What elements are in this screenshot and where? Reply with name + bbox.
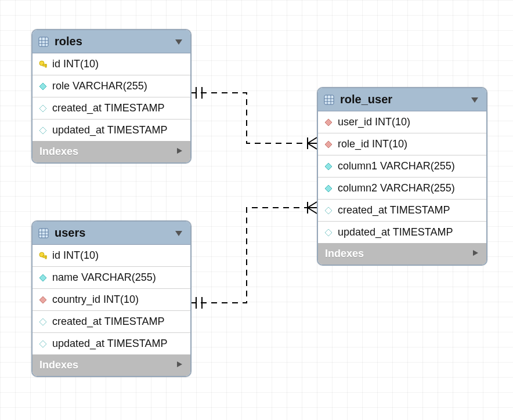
column-label: country_id INT(10) bbox=[52, 294, 139, 306]
indexes-label: Indexes bbox=[39, 146, 175, 158]
diamond-icon bbox=[38, 104, 48, 113]
expand-icon[interactable] bbox=[175, 146, 183, 158]
column-label: id INT(10) bbox=[52, 249, 99, 262]
svg-marker-30 bbox=[175, 231, 182, 236]
diamond-icon bbox=[38, 339, 48, 349]
column-row[interactable]: updated_at TIMESTAMP bbox=[32, 120, 190, 141]
svg-marker-46 bbox=[325, 141, 332, 148]
table-role-user[interactable]: role_user user_id INT(10)role_id INT(10)… bbox=[317, 87, 487, 266]
column-label: updated_at TIMESTAMP bbox=[52, 124, 167, 136]
indexes-section[interactable]: Indexes bbox=[32, 141, 190, 162]
indexes-label: Indexes bbox=[325, 248, 471, 260]
svg-marker-48 bbox=[325, 185, 332, 192]
table-roles[interactable]: roles id INT(10)role VARCHAR(255)created… bbox=[31, 29, 192, 164]
diamond-icon bbox=[324, 228, 333, 237]
fk-diamond-icon bbox=[38, 295, 48, 305]
collapse-icon[interactable] bbox=[470, 95, 479, 104]
svg-marker-38 bbox=[177, 361, 182, 367]
collapse-icon[interactable] bbox=[174, 229, 183, 238]
svg-rect-12 bbox=[39, 37, 48, 46]
svg-rect-20 bbox=[45, 64, 46, 67]
diamond-icon bbox=[324, 162, 333, 171]
column-label: column2 VARCHAR(255) bbox=[338, 182, 455, 194]
table-icon bbox=[38, 37, 49, 47]
svg-rect-39 bbox=[324, 95, 334, 104]
diamond-icon bbox=[38, 273, 48, 283]
svg-marker-51 bbox=[473, 250, 478, 256]
svg-marker-21 bbox=[39, 83, 46, 90]
svg-marker-50 bbox=[325, 229, 332, 236]
expand-icon[interactable] bbox=[471, 248, 479, 260]
svg-marker-44 bbox=[471, 97, 478, 103]
table-title: users bbox=[55, 226, 174, 240]
svg-marker-23 bbox=[39, 127, 46, 134]
column-label: user_id INT(10) bbox=[338, 116, 410, 128]
column-row[interactable]: column1 VARCHAR(255) bbox=[318, 155, 486, 178]
table-columns: user_id INT(10)role_id INT(10)column1 VA… bbox=[318, 111, 486, 243]
key-icon bbox=[38, 60, 48, 69]
column-label: column1 VARCHAR(255) bbox=[338, 160, 455, 172]
svg-marker-35 bbox=[39, 296, 46, 303]
table-columns: id INT(10)name VARCHAR(255)country_id IN… bbox=[32, 245, 190, 354]
column-row[interactable]: updated_at TIMESTAMP bbox=[32, 333, 190, 354]
table-users[interactable]: users id INT(10)name VARCHAR(255)country… bbox=[31, 220, 192, 377]
column-label: updated_at TIMESTAMP bbox=[52, 338, 167, 350]
fk-diamond-icon bbox=[324, 118, 333, 127]
fk-diamond-icon bbox=[324, 140, 333, 149]
svg-marker-24 bbox=[177, 148, 182, 154]
column-label: created_at TIMESTAMP bbox=[52, 316, 164, 328]
svg-marker-22 bbox=[39, 105, 46, 112]
column-label: role_id INT(10) bbox=[338, 138, 407, 150]
table-header-roles[interactable]: roles bbox=[32, 30, 190, 53]
svg-rect-25 bbox=[39, 229, 48, 238]
column-row[interactable]: id INT(10) bbox=[32, 53, 190, 75]
table-columns: id INT(10)role VARCHAR(255)created_at TI… bbox=[32, 53, 190, 141]
svg-marker-47 bbox=[325, 163, 332, 170]
column-row[interactable]: column2 VARCHAR(255) bbox=[318, 178, 486, 200]
table-icon bbox=[38, 228, 49, 238]
svg-marker-49 bbox=[325, 207, 332, 214]
column-label: name VARCHAR(255) bbox=[52, 271, 156, 284]
indexes-section[interactable]: Indexes bbox=[318, 243, 486, 265]
indexes-section[interactable]: Indexes bbox=[32, 354, 190, 376]
svg-marker-45 bbox=[325, 119, 332, 126]
column-row[interactable]: name VARCHAR(255) bbox=[32, 267, 190, 289]
key-icon bbox=[38, 251, 48, 260]
column-label: role VARCHAR(255) bbox=[52, 80, 147, 92]
svg-marker-37 bbox=[39, 341, 46, 347]
table-header-role-user[interactable]: role_user bbox=[318, 88, 486, 111]
column-row[interactable]: created_at TIMESTAMP bbox=[32, 97, 190, 120]
column-row[interactable]: role_id INT(10) bbox=[318, 133, 486, 155]
table-icon bbox=[324, 95, 334, 105]
column-label: updated_at TIMESTAMP bbox=[338, 226, 453, 238]
column-label: id INT(10) bbox=[52, 58, 99, 70]
column-row[interactable]: id INT(10) bbox=[32, 245, 190, 267]
svg-marker-36 bbox=[39, 318, 46, 325]
diamond-icon bbox=[324, 184, 333, 193]
expand-icon[interactable] bbox=[175, 359, 183, 371]
svg-marker-34 bbox=[39, 274, 46, 281]
diamond-icon bbox=[324, 206, 333, 215]
table-title: role_user bbox=[340, 93, 470, 106]
column-row[interactable]: country_id INT(10) bbox=[32, 289, 190, 311]
svg-marker-17 bbox=[175, 39, 182, 45]
table-header-users[interactable]: users bbox=[32, 222, 190, 245]
column-row[interactable]: role VARCHAR(255) bbox=[32, 75, 190, 97]
column-label: created_at TIMESTAMP bbox=[52, 102, 164, 114]
diamond-icon bbox=[38, 126, 48, 135]
diamond-icon bbox=[38, 317, 48, 327]
column-row[interactable]: user_id INT(10) bbox=[318, 111, 486, 133]
column-row[interactable]: created_at TIMESTAMP bbox=[318, 200, 486, 222]
column-label: created_at TIMESTAMP bbox=[338, 204, 450, 216]
table-title: roles bbox=[55, 35, 174, 48]
indexes-label: Indexes bbox=[39, 359, 175, 371]
diamond-icon bbox=[38, 82, 48, 91]
column-row[interactable]: created_at TIMESTAMP bbox=[32, 311, 190, 333]
svg-rect-33 bbox=[45, 256, 46, 259]
column-row[interactable]: updated_at TIMESTAMP bbox=[318, 222, 486, 243]
collapse-icon[interactable] bbox=[174, 37, 183, 46]
